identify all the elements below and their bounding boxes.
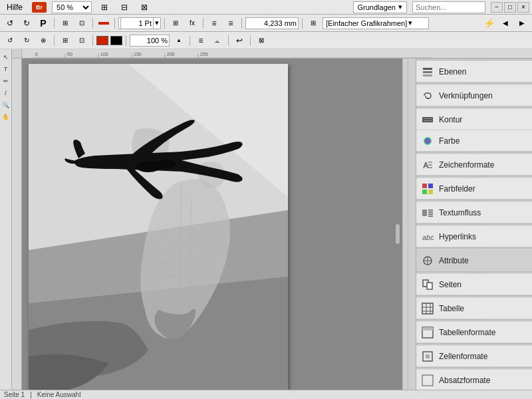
layout-icon-1[interactable]: ⊞ (97, 1, 112, 14)
arrow-btn-2[interactable]: ▶ (515, 17, 529, 30)
icon-e[interactable]: ⊞ (306, 17, 321, 30)
align-left[interactable]: ≡ (207, 17, 221, 30)
page-area[interactable]: · · · · · (22, 59, 408, 390)
sep-5 (203, 18, 203, 29)
stroke-red[interactable] (96, 17, 111, 30)
panel-item-bottom[interactable]: Absatzformate (416, 370, 532, 390)
ruler-left-svg (12, 59, 22, 390)
left-toolbar: ↖ T ✏ / 🔍 ✋ (0, 49, 12, 390)
svg-text:100: 100 (100, 52, 108, 57)
tool-select[interactable]: ↖ (1, 52, 11, 63)
tool-text[interactable]: T (1, 64, 11, 74)
svg-text:abc: abc (422, 233, 434, 241)
bottom-icon (422, 374, 434, 386)
svg-rect-48 (422, 190, 427, 194)
minimize-button[interactable]: − (491, 2, 503, 13)
airplane-svg (62, 104, 248, 210)
undo-button[interactable]: ↺ (3, 17, 17, 30)
resize-handle[interactable]: · · · · · (402, 59, 408, 390)
panel-item-attribute[interactable]: Attribute (416, 250, 532, 271)
svg-text:0: 0 (35, 52, 38, 57)
menu-bar: Hilfe Br 50 % 75 % 100 % ⊞ ⊟ ⊠ Grundlage… (0, 0, 532, 15)
seiten-icon (422, 279, 434, 291)
panel-item-zellenformate[interactable]: Zellenformate (416, 346, 532, 367)
panel-label-zeichenformate: Zeichenformate (439, 160, 494, 170)
pt-dropdown[interactable]: ▾ (118, 17, 161, 29)
svg-point-41 (424, 137, 432, 145)
toolbar-2: ↺ ↻ ⊕ ⊞ ⊡ ▲ ≡ ⫠ ↩ ⊠ (0, 32, 532, 49)
icon-t1[interactable]: ↺ (3, 34, 17, 47)
menu-hilfe[interactable]: Hilfe (3, 1, 27, 13)
icon-d[interactable]: fx (185, 17, 200, 30)
panel-item-verknupfungen[interactable]: Verknüpfungen (416, 85, 532, 106)
panel-item-seiten[interactable]: Seiten (416, 274, 532, 295)
icon-t2[interactable]: ↻ (19, 34, 34, 47)
panel-item-farbe[interactable]: Farbe (416, 130, 532, 152)
percent-arrow-up[interactable]: ▲ (172, 34, 186, 47)
panel-item-hyperlinks[interactable]: abc Hyperlinks (416, 226, 532, 247)
window-buttons: − □ × (491, 2, 529, 13)
icon-t5[interactable]: ⊡ (74, 34, 89, 47)
panel-item-kontur[interactable]: Kontur (416, 109, 532, 130)
icon-t4[interactable]: ⊞ (58, 34, 72, 47)
icon-b[interactable]: ⊡ (74, 17, 89, 30)
icon-a[interactable]: ⊞ (58, 17, 72, 30)
maximize-button[interactable]: □ (504, 2, 516, 13)
redo-button[interactable]: ↻ (19, 17, 34, 30)
align-t1[interactable]: ≡ (194, 34, 208, 47)
icon-t3[interactable]: ⊕ (36, 34, 51, 47)
sep-3 (114, 18, 115, 29)
svg-text:50: 50 (67, 52, 72, 57)
pt-input[interactable] (120, 17, 154, 29)
icon-t6[interactable]: ↩ (232, 34, 247, 47)
tool-pen[interactable]: ✏ (1, 76, 11, 86)
align-t2[interactable]: ⫠ (210, 34, 225, 47)
frame-dropdown[interactable]: [Einfacher Grafikrahmen] ▾ (323, 17, 429, 29)
color-swatch-red[interactable] (96, 36, 108, 45)
right-panel: · · · · · Ebenen · · · · · Verknüpfungen… (416, 59, 532, 390)
text-tool[interactable]: P (36, 17, 51, 30)
sep-7 (302, 18, 303, 29)
tool-hand[interactable]: ✋ (1, 112, 11, 122)
panel-label-verknupfungen: Verknüpfungen (439, 91, 493, 100)
svg-rect-61 (422, 303, 433, 314)
scrollbar-vertical[interactable] (408, 59, 416, 390)
layout-icon-2[interactable]: ⊟ (117, 1, 132, 14)
panel-item-farbfelder[interactable]: Farbfelder (416, 178, 532, 200)
page-canvas (29, 64, 288, 390)
svg-rect-60 (427, 283, 432, 289)
panel-item-ebenen[interactable]: Ebenen (416, 61, 532, 82)
arrow-btn-1[interactable]: ◀ (498, 17, 513, 30)
icon-t7[interactable]: ⊠ (254, 34, 269, 47)
icon-c[interactable]: ⊞ (168, 17, 183, 30)
search-input[interactable] (412, 1, 485, 13)
lightning-button[interactable]: ⚡ (481, 17, 496, 30)
panel-label-attribute: Attribute (439, 256, 469, 265)
panel-label-ebenen: Ebenen (439, 67, 466, 76)
tabellenformate-icon (422, 327, 434, 338)
svg-text:200: 200 (167, 52, 175, 57)
panel-item-tabelle[interactable]: Tabelle (416, 298, 532, 319)
zoom-select[interactable]: 50 % 75 % 100 % (52, 1, 92, 13)
close-button[interactable]: × (517, 2, 529, 13)
scroll-indicator (396, 224, 400, 244)
zellenformate-icon (422, 350, 434, 362)
kontur-icon (422, 114, 434, 126)
sep-t1 (54, 35, 55, 46)
percent-input[interactable] (130, 35, 170, 47)
panel-label-hyperlinks: Hyperlinks (439, 232, 476, 241)
tool-line[interactable]: / (1, 88, 11, 98)
svg-rect-47 (428, 184, 433, 188)
mm-input[interactable] (245, 17, 299, 29)
align-right[interactable]: ≡ (223, 17, 238, 30)
layout-icon-3[interactable]: ⊠ (137, 1, 152, 14)
svg-point-35 (154, 160, 176, 169)
panel-item-tabellenformate[interactable]: Tabellenformate (416, 322, 532, 343)
grundlagen-button[interactable]: Grundlagen ▾ (353, 1, 408, 13)
svg-text:250: 250 (200, 52, 208, 57)
color-swatch-black[interactable] (110, 36, 122, 45)
panel-item-textumfluss[interactable]: Textumfluss (416, 202, 532, 223)
panel-item-zeichenformate[interactable]: A Zeichenformate (416, 154, 532, 176)
sep-t2 (92, 35, 93, 46)
tool-zoom[interactable]: 🔍 (1, 100, 11, 110)
